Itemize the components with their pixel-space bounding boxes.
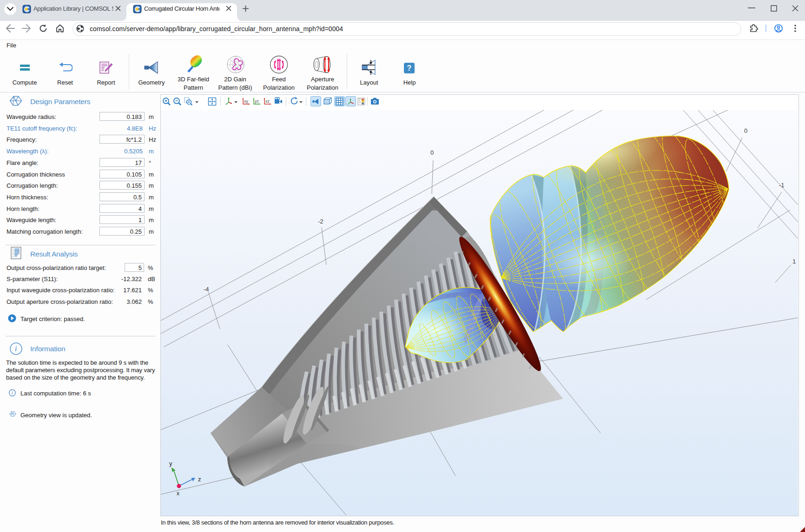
svg-text:-4: -4: [204, 286, 209, 293]
svg-text:yz: yz: [255, 99, 259, 104]
svg-text:0: 0: [430, 149, 434, 156]
svg-text:z: z: [198, 476, 201, 483]
svg-text:i: i: [12, 390, 13, 395]
svg-text:xz: xz: [265, 99, 270, 104]
svg-text:-2: -2: [318, 218, 323, 225]
svg-text:y: y: [169, 460, 172, 467]
svg-text:i: i: [15, 344, 17, 353]
svg-text:?: ?: [407, 64, 412, 72]
svg-text:-1: -1: [779, 182, 785, 189]
svg-text:1: 1: [792, 258, 796, 265]
svg-text:xy: xy: [244, 99, 249, 104]
svg-text:0: 0: [744, 127, 747, 134]
svg-text:x: x: [177, 490, 179, 497]
